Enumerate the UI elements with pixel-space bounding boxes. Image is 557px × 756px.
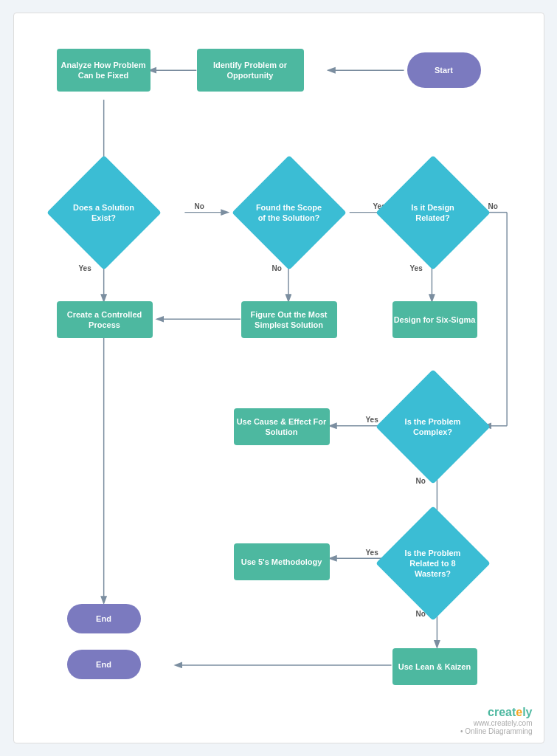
watermark-url: www.creately.com (460, 719, 532, 727)
watermark-tagline: • Online Diagramming (460, 727, 532, 735)
label-yes-is-design: Yes (410, 264, 423, 272)
start-node: Start (407, 52, 481, 88)
analyze-how-node: Analyze How Problem Can be Fixed (57, 49, 151, 92)
figure-out-node: Figure Out the Most Simplest Solution (241, 301, 337, 338)
label-no-is-design: No (488, 202, 498, 210)
identify-problem-node: Identify Problem or Opportunity (197, 49, 304, 92)
cause-effect-node: Use Cause & Effect For Solution (234, 408, 330, 445)
watermark: creately www.creately.com • Online Diagr… (460, 706, 532, 735)
design-sixsigma-node: Design for Six-Sigma (392, 301, 477, 338)
end1-node: End (67, 604, 141, 633)
use-lean-node: Use Lean & Kaizen (392, 648, 477, 685)
is-8wasters-node: Is the Problem Related to 8 Wasters? (392, 523, 474, 604)
label-yes-is-complex: Yes (366, 416, 378, 424)
diagram-container: Yes No Yes No Yes No Yes No Yes No Start… (13, 13, 544, 743)
use-5s-node: Use 5's Methodology (234, 543, 330, 580)
brand-name: creately (488, 706, 533, 718)
does-solution-node: Does a Solution Exist? (63, 172, 145, 253)
create-controlled-node: Create a Controlled Process (57, 301, 153, 338)
label-yes-does-solution: Yes (79, 264, 91, 272)
label-no-is-complex: No (416, 477, 426, 485)
label-yes-is-8wasters: Yes (366, 549, 378, 557)
is-design-node: Is it Design Related? (392, 172, 474, 253)
end2-node: End (67, 650, 141, 679)
found-scope-node: Found the Scope of the Solution? (249, 172, 330, 253)
label-no-found-scope-down: No (272, 264, 282, 272)
label-no-does-solution: No (195, 202, 204, 210)
is-complex-node: Is the Problem Complex? (392, 386, 474, 467)
